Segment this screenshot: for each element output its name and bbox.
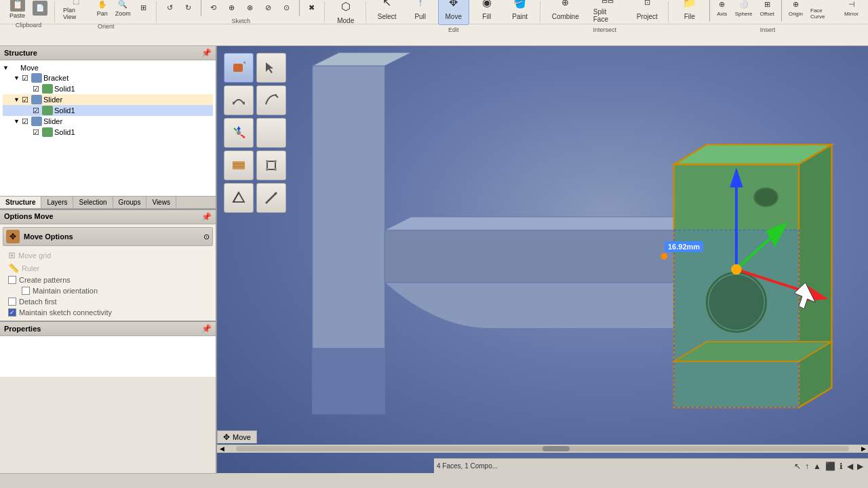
paste-button[interactable]: 📋 Paste [7,0,28,20]
tree-item-bracket[interactable]: ▼ ☑ Bracket [3,73,213,83]
sketch-undo-button[interactable]: ↺ [162,1,178,15]
sketch-r2-button[interactable]: ⊕ [224,1,240,15]
sketch-r3-button[interactable]: ⊗ [242,1,258,15]
tool-curve2-button[interactable] [256,85,286,115]
tree-item-slider1[interactable]: ▼ ☑ Slider [3,94,213,105]
move-tab[interactable]: ✥ Move [217,430,257,443]
viewport[interactable]: 16.92mm ◀ ▶ ✥ Move 4 Faces, 1 Compo... ↖… [217,46,868,473]
maintain-sketch-checkbox[interactable] [8,308,16,317]
tool-curve1-button[interactable] [224,85,254,115]
paint-button[interactable]: 🪣 Paint [505,0,536,25]
orient-label: Orient [98,23,115,30]
tab-layers[interactable]: Layers [41,197,73,208]
pull-label: Pull [414,13,426,20]
tool-select-solid-button[interactable] [224,53,254,83]
tab-structure[interactable]: Structure [0,197,41,208]
svg-point-11 [709,274,764,329]
collapse-icon[interactable]: ⊙ [203,232,210,241]
horizontal-scrollbar[interactable]: ◀ ▶ [217,445,868,453]
create-patterns-label: Create patterns [19,276,71,284]
option-ruler: 📏 Ruler [3,262,213,274]
offset-icon: ⊞ [762,0,772,10]
plan-view-button[interactable]: ⬚ Plan View [60,0,92,22]
paste-icon: 📋 [10,0,25,12]
tree-item-bracket-solid1[interactable]: ☑ Solid1 [3,83,213,94]
tool-wood-button[interactable] [224,150,254,180]
scroll-thumb[interactable] [542,446,570,451]
tab-selection[interactable]: Selection [73,197,113,208]
tool-select-arrow-button[interactable] [256,53,286,83]
model-svg [217,46,868,473]
paste-special-icon: 📄 [33,1,47,16]
option-create-patterns[interactable]: Create patterns [3,274,213,285]
move-options-section[interactable]: ✥ Move Options ⊙ [3,227,213,246]
sketch-r5-icon: ⊙ [281,3,292,14]
sketch-r5-button[interactable]: ⊙ [279,1,295,15]
slider2-solid1-label: Solid1 [54,128,75,136]
option-maintain-sketch[interactable]: Maintain sketch connectivity [3,307,213,318]
redo-icon: ↻ [183,3,194,14]
zoom-button[interactable]: 🔍 Zoom [113,0,134,18]
move-tab-label: Move [233,433,251,441]
tool-face-select-button[interactable] [224,183,254,213]
tree-item-slider2[interactable]: ▼ ☑ Slider [3,116,213,127]
sketch-redo-button[interactable]: ↻ [180,1,197,15]
nav-next-icon[interactable]: ▶ [857,462,863,471]
tool-edge-select-button[interactable] [256,183,286,213]
status-text: 4 Faces, 1 Compo... [437,462,792,470]
fill-button[interactable]: ◉ Fill [471,0,502,25]
tab-views[interactable]: Views [146,197,176,208]
tree-area: ▼ Move ▼ ☑ Bracket ☑ [0,60,216,196]
pull-button[interactable]: ↑ Pull [405,0,436,25]
offset-button[interactable]: ⊞Offset [757,0,777,18]
plan-view-icon: ⬚ [71,0,81,6]
paint-icon: 🪣 [511,0,530,12]
svg-point-19 [731,264,742,275]
mode-button[interactable]: ⬡ Mode [330,0,361,29]
scroll-right-arrow[interactable]: ▶ [859,445,868,452]
mirror-button[interactable]: ⊣Mirror [842,0,861,18]
sketch-r3-icon: ⊗ [245,3,256,14]
face-curve-button[interactable]: ⌒Face Curve [808,0,840,21]
create-patterns-checkbox[interactable] [8,276,16,284]
scroll-track[interactable] [236,446,849,451]
sketch-x1-button[interactable]: ✖ [304,1,320,15]
maintain-orientation-checkbox[interactable] [22,287,30,295]
project-button[interactable]: ⊡ Project [631,0,664,25]
pan-button[interactable]: ✋ Pan [94,0,111,18]
zoom-fit-button[interactable]: ⊞ [136,1,152,15]
sketch-r2-icon: ⊕ [226,3,237,14]
tool-move3d-button[interactable] [224,118,254,148]
sketch-r1-button[interactable]: ⟲ [205,1,222,15]
tool-transform-button[interactable] [256,150,286,180]
split-face-button[interactable]: ⊟⊟ Split Face [587,0,629,25]
move-label: Move [20,64,39,72]
properties-title: Properties [4,325,41,333]
slider1-solid1-label: Solid1 [54,106,75,115]
select-button[interactable]: ↖ Select [372,0,403,25]
option-detach-first[interactable]: Detach first [3,296,213,307]
properties-pin[interactable]: 📌 [201,324,212,333]
option-maintain-orientation[interactable]: Maintain orientation [3,285,213,296]
detach-first-checkbox[interactable] [8,298,16,306]
structure-pin[interactable]: 📌 [201,48,212,58]
sketch-r4-button[interactable]: ⊘ [260,1,277,15]
combine-button[interactable]: ⊕ Combine [546,0,585,25]
sphere-button[interactable]: ⚪Sphere [732,0,755,18]
tool-empty-button[interactable] [256,118,286,148]
expand-icon: ▲ [813,462,821,471]
nav-prev-icon[interactable]: ◀ [847,462,853,471]
move-button[interactable]: ✥ Move [438,0,469,25]
bracket-arrow-icon: ▼ [14,75,22,81]
file-button[interactable]: 📁 File [674,0,705,25]
paste-special-button[interactable]: 📄 [30,0,50,17]
options-pin[interactable]: 📌 [201,212,212,222]
axis-button[interactable]: ⊕Axis [714,0,730,18]
tab-groups[interactable]: Groups [113,197,147,208]
scroll-left-arrow[interactable]: ◀ [217,445,226,452]
tree-item-slider1-solid1[interactable]: ☑ Solid1 [3,105,213,116]
slider2-component-icon [31,117,42,126]
tree-item-slider2-solid1[interactable]: ☑ Solid1 [3,127,213,138]
origin-button[interactable]: ⊕Origin [786,0,806,18]
tree-item-move[interactable]: ▼ Move [3,63,213,73]
